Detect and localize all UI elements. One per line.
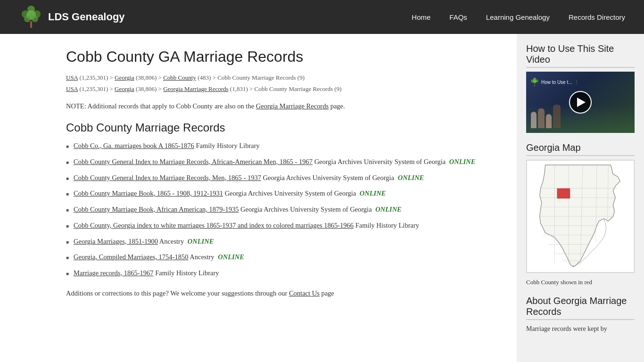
record-list-item: Cobb County General Index to Marriage Re…: [66, 157, 498, 167]
video-thumbnail[interactable]: How to Use t... ⋮: [526, 72, 635, 133]
nav-records-dir[interactable]: Records Directory: [569, 13, 625, 21]
video-section-title: How to Use This Site Video: [526, 43, 635, 68]
svg-point-5: [32, 16, 38, 22]
online-badge: ONLINE: [396, 174, 424, 181]
bc-ga-marriage-records[interactable]: Georgia Marriage Records: [163, 85, 228, 92]
record-link-6[interactable]: Georgia Marriages, 1851-1900: [74, 238, 158, 245]
georgia-map: [526, 160, 635, 273]
about-text: Marriage records were kept by: [526, 324, 635, 334]
record-list-item: Cobb County General Index to Marriage Re…: [66, 173, 498, 183]
map-section-title: Georgia Map: [526, 142, 635, 156]
bc-usa-1[interactable]: USA: [66, 74, 78, 81]
record-list-item: Marriage records, 1865-1967 Family Histo…: [66, 268, 498, 279]
online-badge: ONLINE: [374, 206, 402, 213]
online-badge: ONLINE: [186, 238, 214, 245]
record-link-0[interactable]: Cobb Co., Ga. marriages book A 1865-1876: [74, 142, 194, 149]
online-badge: ONLINE: [358, 189, 386, 197]
logo-area[interactable]: LDS Genealogy: [19, 5, 125, 29]
logo-text: LDS Genealogy: [48, 11, 125, 23]
record-link-3[interactable]: Cobb County Marriage Book, 1865 - 1908, …: [74, 189, 223, 197]
about-section-title: About Georgia Marriage Records: [526, 296, 635, 320]
record-list-item: Cobb County, Georgia index to white marr…: [66, 221, 498, 231]
video-overlay[interactable]: [526, 72, 635, 133]
map-caption: Cobb County shown in red: [526, 279, 635, 286]
svg-rect-6: [30, 21, 32, 28]
about-section: About Georgia Marriage Records Marriage …: [526, 296, 635, 334]
bc-cobb-county[interactable]: Cobb County: [163, 74, 196, 81]
georgia-map-container: [526, 160, 635, 275]
sidebar: How to Use This Site Video How: [517, 34, 644, 362]
record-link-5[interactable]: Cobb County, Georgia index to white marr…: [74, 222, 354, 229]
record-list-item: Cobb Co., Ga. marriages book A 1865-1876…: [66, 141, 498, 151]
play-triangle-icon: [577, 98, 586, 107]
video-section: How to Use This Site Video How: [526, 43, 635, 133]
record-link-2[interactable]: Cobb County General Index to Marriage Re…: [74, 174, 261, 181]
bc-georgia-1[interactable]: Georgia: [115, 74, 134, 81]
breadcrumb: USA (1,235,301) > Georgia (38,806) > Cob…: [66, 73, 498, 93]
records-section-heading: Cobb County Marriage Records: [66, 121, 498, 134]
online-badge: ONLINE: [216, 253, 244, 261]
note-text: NOTE: Additional records that apply to C…: [66, 101, 498, 112]
contact-us-link[interactable]: Contact Us: [289, 289, 320, 297]
record-link-7[interactable]: Georgia, Compiled Marriages, 1754-1850: [74, 253, 188, 261]
nav-learning[interactable]: Learning Genealogy: [486, 13, 550, 21]
play-button[interactable]: [569, 91, 592, 114]
record-list-item: Georgia, Compiled Marriages, 1754-1850 A…: [66, 252, 498, 263]
record-link-8[interactable]: Marriage records, 1865-1967: [74, 269, 154, 277]
logo-tree-icon: [19, 5, 43, 29]
main-nav: Home FAQs Learning Genealogy Records Dir…: [412, 13, 625, 21]
site-header: LDS Genealogy Home FAQs Learning Genealo…: [0, 0, 644, 34]
record-link-1[interactable]: Cobb County General Index to Marriage Re…: [74, 158, 313, 165]
nav-faqs[interactable]: FAQs: [449, 13, 467, 21]
main-content: Cobb County GA Marriage Records USA (1,2…: [0, 34, 517, 362]
record-list-item: Cobb County Marriage Book, African Ameri…: [66, 205, 498, 215]
bc-usa-2[interactable]: USA: [66, 85, 78, 92]
record-link-4[interactable]: Cobb County Marriage Book, African Ameri…: [74, 206, 239, 213]
note-link[interactable]: Georgia Marriage Records: [256, 102, 329, 110]
svg-point-4: [24, 16, 31, 22]
record-list-item: Cobb County Marriage Book, 1865 - 1908, …: [66, 189, 498, 199]
nav-home[interactable]: Home: [412, 13, 430, 21]
bc-georgia-2[interactable]: Georgia: [115, 85, 134, 92]
svg-rect-28: [557, 189, 570, 199]
record-list: Cobb Co., Ga. marriages book A 1865-1876…: [66, 141, 498, 279]
page-wrapper: Cobb County GA Marriage Records USA (1,2…: [0, 34, 644, 362]
map-section: Georgia Map: [526, 142, 635, 286]
breadcrumb-line-1: USA (1,235,301) > Georgia (38,806) > Cob…: [66, 73, 498, 82]
breadcrumb-line-2: USA (1,235,301) > Georgia (38,806) > Geo…: [66, 84, 498, 94]
record-list-item: Georgia Marriages, 1851-1900 Ancestry ON…: [66, 237, 498, 247]
page-title: Cobb County GA Marriage Records: [66, 48, 498, 66]
online-badge: ONLINE: [447, 158, 475, 165]
additions-note: Additions or corrections to this page? W…: [66, 288, 498, 299]
